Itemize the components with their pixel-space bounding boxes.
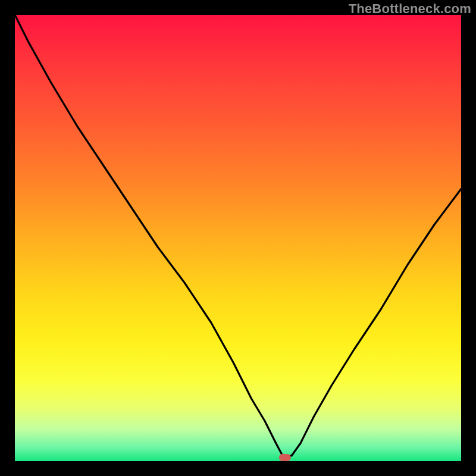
optimum-marker (279, 454, 291, 461)
plot-area (15, 15, 461, 461)
gradient-background (15, 15, 461, 461)
chart-frame: TheBottleneck.com (0, 0, 476, 476)
optimum-marker-dot (279, 454, 291, 461)
watermark-label: TheBottleneck.com (349, 1, 471, 17)
chart-svg (15, 15, 461, 461)
